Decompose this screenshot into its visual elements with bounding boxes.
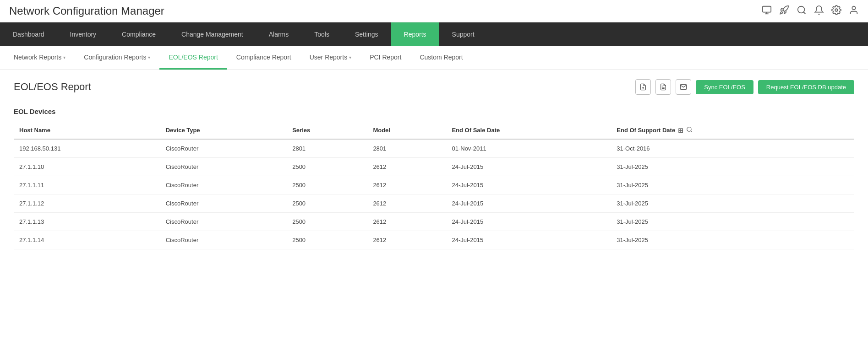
subnav-configuration-reports[interactable]: Configuration Reports ▾: [75, 46, 159, 70]
cell-series: 2500: [287, 158, 367, 176]
nav-item-dashboard[interactable]: Dashboard: [0, 22, 57, 46]
main-content: EOL/EOS Report Sync EOL/EOS Request EOL/…: [0, 70, 868, 356]
cell-model: 2612: [367, 158, 446, 176]
col-end-of-sale: End Of Sale Date: [446, 122, 611, 139]
svg-point-3: [798, 6, 805, 13]
subnav-custom-report[interactable]: Custom Report: [410, 46, 472, 70]
svg-point-11: [687, 127, 691, 131]
svg-line-4: [803, 12, 805, 14]
excel-export-button[interactable]: [655, 79, 671, 95]
col-model: Model: [367, 122, 446, 139]
nav-item-tools[interactable]: Tools: [301, 22, 342, 46]
cell-hostname: 27.1.1.10: [14, 158, 160, 176]
search-icon[interactable]: [797, 5, 807, 17]
cell-end-of-sale: 01-Nov-2011: [446, 139, 611, 158]
main-nav: Dashboard Inventory Compliance Change Ma…: [0, 22, 868, 46]
table-row: 27.1.1.11 CiscoRouter 2500 2612 24-Jul-2…: [14, 176, 854, 194]
cell-end-of-sale: 24-Jul-2015: [446, 213, 611, 231]
rocket-icon[interactable]: [779, 5, 789, 17]
col-end-of-support: End Of Support Date ⊞: [611, 122, 854, 139]
cell-series: 2500: [287, 231, 367, 249]
cell-device-type: CiscoRouter: [160, 176, 287, 194]
cell-end-of-sale: 24-Jul-2015: [446, 231, 611, 249]
cell-end-of-support: 31-Jul-2025: [611, 231, 854, 249]
cell-model: 2612: [367, 176, 446, 194]
cell-series: 2500: [287, 213, 367, 231]
subnav-user-reports[interactable]: User Reports ▾: [300, 46, 360, 70]
pdf-export-button[interactable]: [635, 79, 651, 95]
request-db-update-button[interactable]: Request EOL/EOS DB update: [758, 80, 854, 94]
cell-series: 2500: [287, 176, 367, 194]
chevron-down-icon: ▾: [148, 55, 150, 60]
cell-device-type: CiscoRouter: [160, 158, 287, 176]
report-title: EOL/EOS Report: [14, 81, 91, 93]
email-button[interactable]: [676, 79, 691, 95]
cell-device-type: CiscoRouter: [160, 194, 287, 213]
sync-eol-eos-button[interactable]: Sync EOL/EOS: [696, 80, 753, 94]
cell-end-of-sale: 24-Jul-2015: [446, 176, 611, 194]
cell-device-type: CiscoRouter: [160, 139, 287, 158]
gear-icon[interactable]: [831, 5, 841, 17]
chevron-down-icon: ▾: [349, 55, 351, 60]
cell-end-of-support: 31-Jul-2025: [611, 213, 854, 231]
table-row: 27.1.1.14 CiscoRouter 2500 2612 24-Jul-2…: [14, 231, 854, 249]
column-settings-icon[interactable]: ⊞: [678, 127, 683, 134]
cell-hostname: 27.1.1.11: [14, 176, 160, 194]
col-hostname: Host Name: [14, 122, 160, 139]
cell-end-of-sale: 24-Jul-2015: [446, 158, 611, 176]
cell-series: 2500: [287, 194, 367, 213]
monitor-icon[interactable]: [762, 5, 772, 17]
svg-line-12: [691, 131, 692, 132]
col-series: Series: [287, 122, 367, 139]
cell-end-of-sale: 24-Jul-2015: [446, 194, 611, 213]
table-row: 27.1.1.10 CiscoRouter 2500 2612 24-Jul-2…: [14, 158, 854, 176]
svg-point-5: [835, 9, 838, 11]
report-header: EOL/EOS Report Sync EOL/EOS Request EOL/…: [14, 79, 854, 95]
cell-device-type: CiscoRouter: [160, 213, 287, 231]
bell-icon[interactable]: [814, 5, 824, 17]
report-actions: Sync EOL/EOS Request EOL/EOS DB update: [635, 79, 854, 95]
cell-hostname: 27.1.1.12: [14, 194, 160, 213]
app-title: Network Configuration Manager: [9, 5, 164, 17]
cell-device-type: CiscoRouter: [160, 231, 287, 249]
svg-point-6: [852, 6, 855, 9]
nav-item-inventory[interactable]: Inventory: [57, 22, 109, 46]
eol-devices-table: Host Name Device Type Series Model End O…: [14, 122, 854, 249]
table-row: 192.168.50.131 CiscoRouter 2801 2801 01-…: [14, 139, 854, 158]
table-row: 27.1.1.13 CiscoRouter 2500 2612 24-Jul-2…: [14, 213, 854, 231]
chevron-down-icon: ▾: [63, 55, 66, 60]
section-title: EOL Devices: [14, 106, 854, 117]
cell-end-of-support: 31-Jul-2025: [611, 194, 854, 213]
subnav-compliance-report[interactable]: Compliance Report: [227, 46, 300, 70]
cell-model: 2612: [367, 231, 446, 249]
cell-hostname: 192.168.50.131: [14, 139, 160, 158]
nav-item-settings[interactable]: Settings: [342, 22, 391, 46]
cell-end-of-support: 31-Jul-2025: [611, 158, 854, 176]
cell-end-of-support: 31-Oct-2016: [611, 139, 854, 158]
nav-item-alarms[interactable]: Alarms: [256, 22, 302, 46]
subnav-pci-report[interactable]: PCI Report: [360, 46, 410, 70]
nav-item-compliance[interactable]: Compliance: [109, 22, 169, 46]
table-header-row: Host Name Device Type Series Model End O…: [14, 122, 854, 139]
cell-hostname: 27.1.1.14: [14, 231, 160, 249]
sub-nav: Network Reports ▾ Configuration Reports …: [0, 46, 868, 70]
column-search-icon[interactable]: [686, 126, 693, 134]
svg-rect-0: [763, 6, 771, 12]
col-device-type: Device Type: [160, 122, 287, 139]
nav-item-support[interactable]: Support: [439, 22, 487, 46]
table-row: 27.1.1.12 CiscoRouter 2500 2612 24-Jul-2…: [14, 194, 854, 213]
cell-series: 2801: [287, 139, 367, 158]
cell-model: 2612: [367, 194, 446, 213]
nav-item-change-management[interactable]: Change Management: [169, 22, 256, 46]
subnav-eol-eos-report[interactable]: EOL/EOS Report: [159, 46, 227, 70]
nav-item-reports[interactable]: Reports: [391, 22, 439, 46]
cell-model: 2612: [367, 213, 446, 231]
cell-model: 2801: [367, 139, 446, 158]
subnav-network-reports[interactable]: Network Reports ▾: [5, 46, 75, 70]
top-icons: [762, 5, 859, 17]
cell-hostname: 27.1.1.13: [14, 213, 160, 231]
user-icon[interactable]: [849, 5, 859, 17]
cell-end-of-support: 31-Jul-2025: [611, 176, 854, 194]
top-header: Network Configuration Manager: [0, 0, 868, 22]
